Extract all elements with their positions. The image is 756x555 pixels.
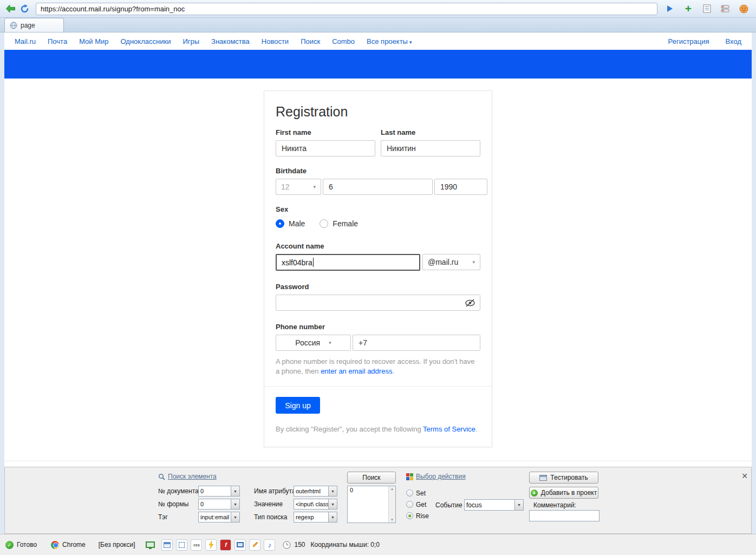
- search-type-label: Тип поиска: [254, 513, 287, 521]
- user-icon: [739, 4, 748, 14]
- browser-engine-selector[interactable]: Chrome: [51, 541, 86, 549]
- nav-znakomstva[interactable]: Знакомства: [211, 37, 250, 45]
- combo-arrow-icon[interactable]: ▼: [231, 499, 239, 509]
- search-type-combo[interactable]: regexp ▼: [294, 512, 337, 523]
- test-window-icon: [539, 475, 547, 481]
- rise-radio[interactable]: [406, 512, 413, 519]
- browser-toolbar: +: [0, 0, 756, 18]
- form-number-combo[interactable]: 0 ▼: [198, 499, 240, 510]
- listbox-scrollbar[interactable]: ▲ ▼: [388, 486, 395, 523]
- account-name-label: Account name: [276, 242, 480, 250]
- nav-igry[interactable]: Игры: [183, 37, 199, 45]
- close-icon[interactable]: ✕: [740, 472, 749, 480]
- first-name-input[interactable]: [276, 140, 375, 156]
- capture-tool-icon[interactable]: [176, 539, 187, 551]
- nav-combo[interactable]: Combo: [332, 37, 355, 45]
- action-select-link[interactable]: Выбор действия: [406, 473, 466, 480]
- birth-day-input[interactable]: [323, 179, 433, 195]
- list-icon: [703, 4, 711, 13]
- birthdate-label: Birthdate: [276, 167, 480, 175]
- event-combo[interactable]: focus ▼: [464, 499, 524, 511]
- search-element-link[interactable]: Поиск элемента: [158, 473, 217, 480]
- birth-year-input[interactable]: [434, 179, 487, 195]
- flash-tool-icon[interactable]: f: [220, 539, 231, 551]
- nav-vse-proekty[interactable]: Все проекты▾: [367, 37, 412, 45]
- edit-tool-icon[interactable]: [249, 539, 260, 551]
- text-caret: [313, 258, 314, 267]
- nav-odnoklassniki[interactable]: Одноклассники: [121, 37, 171, 45]
- combo-arrow-icon[interactable]: ▼: [231, 512, 239, 522]
- chevron-down-icon: ▾: [313, 184, 316, 190]
- test-button[interactable]: Тестировать: [529, 472, 598, 484]
- tag-label: Тэг: [158, 513, 168, 521]
- chrome-icon: [51, 541, 59, 549]
- tab-title: page: [21, 22, 35, 29]
- get-label[interactable]: Get: [416, 501, 426, 508]
- status-bar: ✓ Готово Chrome [Без прокси] css f ♪ 150…: [0, 534, 756, 555]
- monitor-tool-icon[interactable]: [234, 539, 246, 551]
- value-combo[interactable]: <input\ class=" ▼: [294, 499, 337, 510]
- phone-number-input[interactable]: [353, 335, 480, 351]
- scroll-up-icon[interactable]: ▲: [390, 487, 394, 491]
- scroll-down-icon[interactable]: ▼: [390, 518, 394, 521]
- password-input[interactable]: [276, 295, 480, 311]
- sign-up-button[interactable]: Sign up: [276, 397, 320, 414]
- window-tool-icon[interactable]: [161, 539, 173, 551]
- nav-moy-mir[interactable]: Мой Мир: [79, 37, 108, 45]
- nav-novosti[interactable]: Новости: [262, 37, 289, 45]
- sex-female-radio[interactable]: Female: [320, 219, 358, 228]
- css-tool-icon[interactable]: css: [191, 539, 202, 551]
- last-name-input[interactable]: [381, 140, 480, 156]
- go-button[interactable]: [663, 2, 677, 15]
- nav-pochta[interactable]: Почта: [48, 37, 67, 45]
- nav-mailru[interactable]: Mail.ru: [15, 37, 36, 45]
- tab-page[interactable]: page: [4, 18, 64, 32]
- tools-strip: css f ♪: [161, 539, 275, 551]
- nav-vhod[interactable]: Вход: [726, 37, 741, 45]
- status-ready: ✓ Готово: [5, 541, 37, 549]
- terms-of-service-link[interactable]: Terms of Service: [423, 425, 475, 433]
- set-label[interactable]: Set: [416, 489, 426, 497]
- search-button[interactable]: Поиск: [347, 472, 396, 484]
- form-number-label: № формы: [158, 500, 188, 508]
- globe-icon: [10, 22, 17, 29]
- plus-circle-icon: +: [531, 489, 538, 497]
- music-tool-icon[interactable]: ♪: [264, 539, 275, 551]
- list-button[interactable]: [700, 2, 714, 15]
- add-button[interactable]: +: [681, 2, 695, 15]
- proxy-selector[interactable]: [Без прокси]: [99, 541, 135, 549]
- comment-input[interactable]: [529, 510, 599, 521]
- doc-number-combo[interactable]: 0 ▼: [198, 486, 240, 497]
- mailru-nav: Mail.ru Почта Мой Мир Одноклассники Игры…: [4, 32, 752, 50]
- server-button[interactable]: [718, 2, 732, 15]
- lightning-tool-icon[interactable]: [205, 539, 217, 551]
- nav-registraciya[interactable]: Регистрация: [668, 37, 709, 45]
- combo-arrow-icon[interactable]: ▼: [328, 486, 337, 496]
- combo-arrow-icon[interactable]: ▼: [328, 499, 337, 509]
- get-radio[interactable]: [406, 501, 413, 508]
- attr-name-combo[interactable]: outerhtml ▼: [294, 486, 337, 497]
- birth-month-select[interactable]: 12 ▾: [276, 179, 321, 195]
- rise-label[interactable]: Rise: [416, 512, 429, 520]
- user-button[interactable]: [737, 2, 751, 15]
- combo-arrow-icon[interactable]: ▼: [231, 486, 239, 496]
- eye-off-icon[interactable]: [465, 299, 475, 309]
- phone-country-select[interactable]: Россия ▾: [276, 335, 351, 351]
- tag-combo[interactable]: input:email ▼: [198, 512, 240, 523]
- email-address-link[interactable]: enter an email address: [321, 367, 392, 375]
- sex-male-radio[interactable]: Male: [276, 219, 305, 228]
- refresh-button[interactable]: [17, 2, 31, 15]
- combo-arrow-icon[interactable]: ▼: [328, 512, 337, 522]
- password-label: Password: [276, 283, 480, 291]
- set-radio[interactable]: [406, 489, 413, 497]
- nav-poisk[interactable]: Поиск: [301, 37, 320, 45]
- email-domain-select[interactable]: @mail.ru ▾: [422, 254, 480, 270]
- add-to-project-button[interactable]: + Добавить в проект: [529, 487, 598, 499]
- web-page: Mail.ru Почта Мой Мир Одноклассники Игры…: [4, 32, 752, 467]
- display-icon[interactable]: [146, 541, 155, 548]
- url-bar[interactable]: [36, 3, 657, 15]
- account-name-input[interactable]: xslf04bra: [276, 254, 420, 271]
- results-listbox[interactable]: 0 ▲ ▼: [347, 486, 396, 523]
- combo-arrow-icon[interactable]: ▼: [514, 500, 523, 510]
- back-button[interactable]: [3, 2, 17, 15]
